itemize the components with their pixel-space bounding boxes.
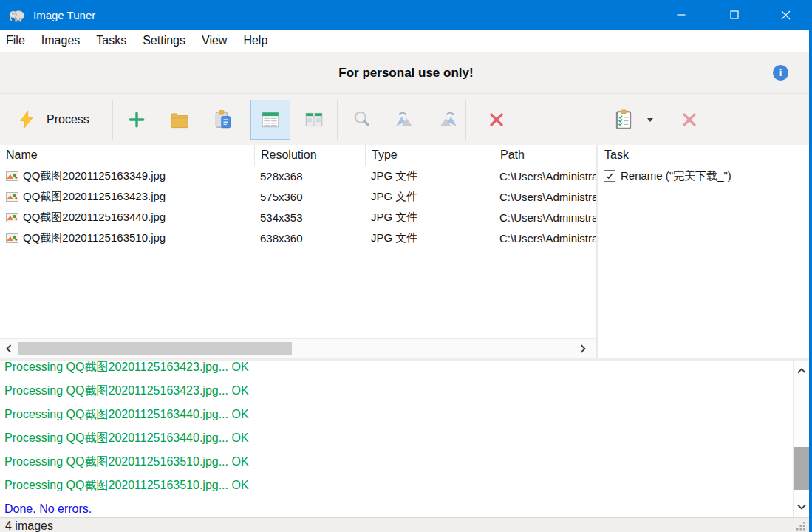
banner-text: For personal use only! <box>338 66 473 81</box>
vertical-scroll-thumb[interactable] <box>794 447 809 490</box>
red-x-icon <box>680 111 698 129</box>
window-title: Image Tuner <box>33 9 95 21</box>
task-item[interactable]: Rename ("完美下载_") <box>598 166 809 186</box>
menu-item-settings[interactable]: Settings <box>134 32 194 50</box>
info-icon[interactable]: i <box>773 65 788 81</box>
file-list: NameResolutionTypePath QQ截图2020112516334… <box>0 145 596 358</box>
task-list-button[interactable] <box>600 100 665 140</box>
file-name: QQ截图20201125163349.jpg <box>23 169 166 183</box>
image-thumbnail-icon <box>6 192 18 202</box>
table-row[interactable]: QQ截图20201125163510.jpg638x360JPG 文件C:\Us… <box>0 228 596 248</box>
thumbnails-view-icon <box>304 109 324 130</box>
rotate-right-icon <box>438 109 459 130</box>
file-type: JPG 文件 <box>365 166 494 186</box>
file-name-cell: QQ截图20201125163440.jpg <box>0 207 254 228</box>
paste-icon <box>213 109 233 130</box>
menu-accelerator: S <box>143 34 151 47</box>
image-tuner-window: Image Tuner FileImagesTasksSettingsViewH… <box>0 0 812 532</box>
add-folder-button[interactable] <box>163 100 195 140</box>
log-line: Processing QQ截图20201125163510.jpg... OK <box>4 474 793 497</box>
file-type: JPG 文件 <box>365 207 494 228</box>
title-bar: Image Tuner <box>0 0 812 30</box>
file-resolution: 638x360 <box>254 228 365 248</box>
log-line: Processing QQ截图20201125163423.jpg... OK <box>4 361 793 379</box>
menu-bar: FileImagesTasksSettingsViewHelp <box>0 30 812 52</box>
task-label: Rename ("完美下载_") <box>621 169 731 183</box>
add-images-button[interactable] <box>120 100 153 140</box>
vertical-scrollbar[interactable] <box>793 361 809 517</box>
elephant-app-icon <box>8 6 26 24</box>
file-name-cell: QQ截图20201125163423.jpg <box>0 186 254 207</box>
toolbar-separator <box>337 100 338 140</box>
scroll-down-arrow[interactable] <box>794 499 809 515</box>
chevron-down-icon <box>797 504 806 510</box>
table-row[interactable]: QQ截图20201125163423.jpg575x360JPG 文件C:\Us… <box>0 186 596 207</box>
toolbar: Process <box>0 93 812 145</box>
remove-image-button[interactable] <box>480 100 513 140</box>
remove-task-button[interactable] <box>673 100 706 140</box>
license-banner: For personal use only! i <box>0 52 812 93</box>
image-thumbnail-icon <box>6 233 18 243</box>
table-row[interactable]: QQ截图20201125163440.jpg534x353JPG 文件C:\Us… <box>0 207 596 228</box>
red-x-icon <box>488 111 505 129</box>
window-right-border <box>809 30 812 532</box>
filelist-header: NameResolutionTypePath <box>0 145 596 166</box>
scroll-right-arrow[interactable] <box>575 339 591 358</box>
log-content: Processing QQ截图20201125163423.jpg... OKP… <box>0 361 793 517</box>
log-line: Done. No errors. <box>4 497 793 517</box>
image-count: 4 images <box>5 519 53 532</box>
close-button[interactable] <box>768 0 802 30</box>
details-view-button[interactable] <box>250 100 290 140</box>
scroll-up-arrow[interactable] <box>794 363 809 379</box>
column-header-type[interactable]: Type <box>365 145 494 166</box>
menu-item-view[interactable]: View <box>194 32 235 50</box>
toolbar-separator <box>112 100 113 140</box>
menu-item-tasks[interactable]: Tasks <box>88 32 134 50</box>
rotate-left-button <box>388 100 420 140</box>
column-header-resolution[interactable]: Resolution <box>254 145 365 166</box>
file-path: C:\Users\Administrator <box>494 207 596 228</box>
log-line: Processing QQ截图20201125163423.jpg... OK <box>4 379 793 403</box>
table-row[interactable]: QQ截图20201125163349.jpg528x368JPG 文件C:\Us… <box>0 166 596 186</box>
resize-grip-icon[interactable] <box>795 520 806 531</box>
check-icon <box>605 171 614 180</box>
minimize-button[interactable] <box>664 0 698 30</box>
thumbnails-view-button[interactable] <box>294 100 334 140</box>
horizontal-scroll-thumb[interactable] <box>18 342 292 355</box>
task-checkbox[interactable] <box>604 170 615 182</box>
menu-item-help[interactable]: Help <box>235 32 276 50</box>
file-name-cell: QQ截图20201125163349.jpg <box>0 166 254 186</box>
column-header-name[interactable]: Name <box>0 145 254 166</box>
menu-accelerator: I <box>41 34 44 47</box>
menu-item-file[interactable]: File <box>0 32 33 50</box>
chevron-down-icon[interactable] <box>647 118 653 122</box>
task-list: Rename ("完美下载_") <box>598 166 809 186</box>
file-type: JPG 文件 <box>365 186 494 207</box>
status-bar: 4 images <box>0 517 809 532</box>
chevron-left-icon <box>6 344 12 353</box>
lightning-icon <box>17 110 36 129</box>
horizontal-scrollbar[interactable] <box>0 338 596 358</box>
maximize-icon <box>730 10 739 19</box>
log-line: Processing QQ截图20201125163510.jpg... OK <box>4 450 793 474</box>
task-column-header: Task <box>598 145 809 166</box>
folder-icon <box>169 110 189 130</box>
close-icon <box>781 10 791 20</box>
file-path: C:\Users\Administrator <box>494 186 596 207</box>
menu-item-images[interactable]: Images <box>33 32 88 50</box>
column-header-path[interactable]: Path <box>494 145 596 166</box>
log-panel: Processing QQ截图20201125163423.jpg... OKP… <box>0 361 793 517</box>
process-label: Process <box>47 113 89 126</box>
paste-button[interactable] <box>207 100 239 140</box>
menu-accelerator: V <box>202 34 209 47</box>
maximize-button[interactable] <box>717 0 751 30</box>
process-button[interactable]: Process <box>4 100 109 140</box>
chevron-up-icon <box>797 368 806 374</box>
log-line: Processing QQ截图20201125163440.jpg... OK <box>4 403 793 426</box>
plus-icon <box>127 110 146 129</box>
details-view-icon <box>260 109 281 130</box>
scroll-left-arrow[interactable] <box>1 339 17 358</box>
chevron-right-icon <box>580 344 586 353</box>
file-resolution: 528x368 <box>254 166 365 186</box>
filelist-body: QQ截图20201125163349.jpg528x368JPG 文件C:\Us… <box>0 166 596 248</box>
